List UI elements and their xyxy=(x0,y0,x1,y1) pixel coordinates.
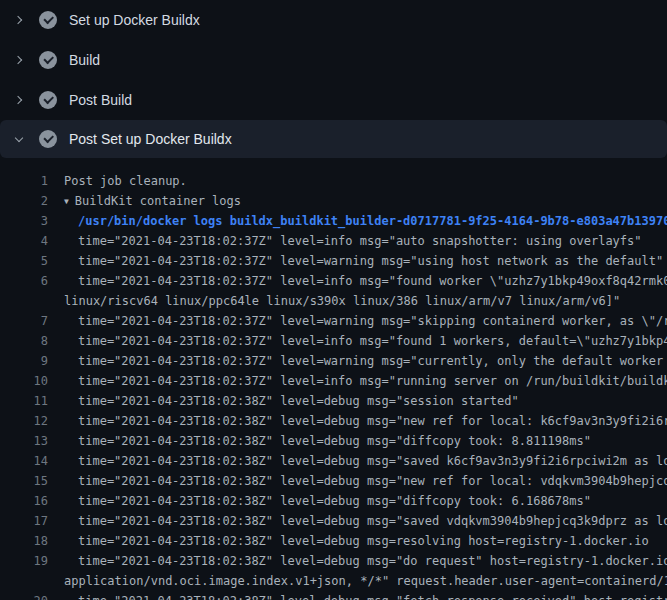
log-group-toggle: ▼BuildKit container logs xyxy=(64,191,241,211)
check-circle-icon xyxy=(39,11,57,29)
log-line: 9time="2021-04-23T18:02:37Z" level=warni… xyxy=(0,351,667,371)
line-number[interactable]: 11 xyxy=(0,391,48,411)
line-number[interactable]: 5 xyxy=(0,251,48,271)
step-row-set-up-docker-buildx[interactable]: Set up Docker Buildx xyxy=(0,0,667,40)
step-label: Set up Docker Buildx xyxy=(69,12,200,28)
line-number xyxy=(0,291,48,311)
log-text: time="2021-04-23T18:02:37Z" level=warnin… xyxy=(78,251,663,271)
log-line-continuation: linux/riscv64 linux/ppc64le linux/s390x … xyxy=(0,291,667,311)
chevron-right-icon xyxy=(14,15,25,26)
check-circle-icon xyxy=(39,91,57,109)
line-number[interactable]: 10 xyxy=(0,371,48,391)
log-line: 13time="2021-04-23T18:02:38Z" level=debu… xyxy=(0,431,667,451)
log-text: time="2021-04-23T18:02:37Z" level=info m… xyxy=(78,371,667,391)
log-line: 12time="2021-04-23T18:02:38Z" level=debu… xyxy=(0,411,667,431)
log-text: time="2021-04-23T18:02:38Z" level=debug … xyxy=(78,591,667,600)
line-number[interactable]: 19 xyxy=(0,551,48,571)
log-group-label: BuildKit container logs xyxy=(75,194,241,208)
check-circle-icon xyxy=(39,51,57,69)
log-line: 16time="2021-04-23T18:02:38Z" level=debu… xyxy=(0,491,667,511)
log-text: time="2021-04-23T18:02:38Z" level=debug … xyxy=(78,531,649,551)
step-label: Post Build xyxy=(69,92,132,108)
step-row-post-set-up-docker-buildx[interactable]: Post Set up Docker Buildx xyxy=(0,120,667,158)
step-row-post-build[interactable]: Post Build xyxy=(0,80,667,120)
line-number[interactable]: 3 xyxy=(0,211,48,231)
log-text: time="2021-04-23T18:02:38Z" level=debug … xyxy=(78,411,667,431)
log-line-continuation: application/vnd.oci.image.index.v1+json,… xyxy=(0,571,667,591)
line-number[interactable]: 1 xyxy=(0,171,48,191)
chevron-right-icon xyxy=(14,95,25,106)
line-number[interactable]: 2 xyxy=(0,191,48,211)
group-triangle-icon: ▼ xyxy=(64,192,69,212)
line-number[interactable]: 20 xyxy=(0,591,48,600)
log-text: time="2021-04-23T18:02:38Z" level=debug … xyxy=(78,511,667,531)
log-line: 11time="2021-04-23T18:02:38Z" level=debu… xyxy=(0,391,667,411)
log-text: linux/riscv64 linux/ppc64le linux/s390x … xyxy=(64,291,620,311)
log-text: time="2021-04-23T18:02:38Z" level=debug … xyxy=(78,471,667,491)
log-text: time="2021-04-23T18:02:37Z" level=warnin… xyxy=(78,351,667,371)
line-number[interactable]: 12 xyxy=(0,411,48,431)
steps-list: Set up Docker BuildxBuildPost BuildPost … xyxy=(0,0,667,158)
line-number[interactable]: 6 xyxy=(0,271,48,291)
log-line: 17time="2021-04-23T18:02:38Z" level=debu… xyxy=(0,511,667,531)
line-number[interactable]: 13 xyxy=(0,431,48,451)
log-command-text: /usr/bin/docker logs buildx_buildkit_bui… xyxy=(78,211,667,231)
line-number[interactable]: 14 xyxy=(0,451,48,471)
log-text: time="2021-04-23T18:02:38Z" level=debug … xyxy=(78,431,591,451)
log-text: time="2021-04-23T18:02:38Z" level=debug … xyxy=(78,451,667,471)
line-number[interactable]: 4 xyxy=(0,231,48,251)
line-number[interactable]: 15 xyxy=(0,471,48,491)
line-number[interactable]: 9 xyxy=(0,351,48,371)
step-label: Build xyxy=(69,52,100,68)
log-text: application/vnd.oci.image.index.v1+json,… xyxy=(64,571,667,591)
log-text: time="2021-04-23T18:02:38Z" level=debug … xyxy=(78,391,519,411)
log-line: 19time="2021-04-23T18:02:38Z" level=debu… xyxy=(0,551,667,571)
step-row-build[interactable]: Build xyxy=(0,40,667,80)
log-text: time="2021-04-23T18:02:37Z" level=info m… xyxy=(78,271,667,291)
line-number[interactable]: 16 xyxy=(0,491,48,511)
check-circle-icon xyxy=(39,130,57,148)
log-text: Post job cleanup. xyxy=(64,171,187,191)
log-line[interactable]: 2▼BuildKit container logs xyxy=(0,191,667,211)
chevron-right-icon xyxy=(14,55,25,66)
line-number[interactable]: 18 xyxy=(0,531,48,551)
chevron-down-icon xyxy=(14,134,25,145)
log-line: 14time="2021-04-23T18:02:38Z" level=debu… xyxy=(0,451,667,471)
log-text: time="2021-04-23T18:02:37Z" level=info m… xyxy=(78,331,667,351)
log-text: time="2021-04-23T18:02:38Z" level=debug … xyxy=(78,551,667,571)
log-line: 4time="2021-04-23T18:02:37Z" level=info … xyxy=(0,231,667,251)
line-number[interactable]: 7 xyxy=(0,311,48,331)
log-line: 3/usr/bin/docker logs buildx_buildkit_bu… xyxy=(0,211,667,231)
log-line: 8time="2021-04-23T18:02:37Z" level=info … xyxy=(0,331,667,351)
log-text: time="2021-04-23T18:02:37Z" level=warnin… xyxy=(78,311,667,331)
log-line: 20time="2021-04-23T18:02:38Z" level=debu… xyxy=(0,591,667,600)
log-text: time="2021-04-23T18:02:37Z" level=info m… xyxy=(78,231,642,251)
log-line: 5time="2021-04-23T18:02:37Z" level=warni… xyxy=(0,251,667,271)
log-viewer: 1Post job cleanup.2▼BuildKit container l… xyxy=(0,160,667,600)
line-number xyxy=(0,571,48,591)
line-number[interactable]: 17 xyxy=(0,511,48,531)
log-line: 1Post job cleanup. xyxy=(0,171,667,191)
log-text: time="2021-04-23T18:02:38Z" level=debug … xyxy=(78,491,591,511)
log-line: 6time="2021-04-23T18:02:37Z" level=info … xyxy=(0,271,667,291)
line-number[interactable]: 8 xyxy=(0,331,48,351)
log-line: 7time="2021-04-23T18:02:37Z" level=warni… xyxy=(0,311,667,331)
step-label: Post Set up Docker Buildx xyxy=(69,131,232,147)
log-line: 10time="2021-04-23T18:02:37Z" level=info… xyxy=(0,371,667,391)
log-line: 18time="2021-04-23T18:02:38Z" level=debu… xyxy=(0,531,667,551)
log-line: 15time="2021-04-23T18:02:38Z" level=debu… xyxy=(0,471,667,491)
